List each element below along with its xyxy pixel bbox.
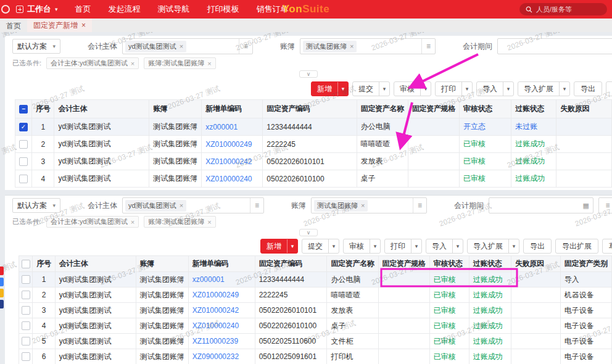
table-row[interactable]: 4yd测试集团测试测试集团账簿XZ01000024005022026010100… — [15, 170, 612, 188]
collapse-toggle[interactable]: ∨ — [299, 70, 318, 78]
print-button[interactable]: 打印▾ — [384, 239, 422, 254]
chevron-down-icon[interactable]: ▾ — [379, 82, 389, 96]
column-header[interactable]: 过账状态 — [511, 100, 556, 118]
column-header[interactable]: 固定资产编码 — [263, 100, 357, 118]
column-header[interactable]: 固定资产名称 — [357, 100, 408, 118]
column-header[interactable]: 会计主体 — [54, 100, 149, 118]
column-header[interactable]: 新增单编码 — [202, 100, 263, 118]
cell-code[interactable]: xz000001 — [202, 118, 263, 136]
cell-code[interactable]: XZ010000240 — [202, 170, 263, 188]
entity-input[interactable]: yd测试集团测试× ≡ — [122, 38, 253, 54]
column-header[interactable]: 序号 — [32, 100, 54, 118]
period-input[interactable]: ▦ — [489, 197, 593, 213]
row-checkbox[interactable] — [19, 334, 33, 349]
table-row[interactable]: 2yd测试集团测试测试集团账簿XZ0100002492222245嘻嘻喳喳已审核… — [19, 287, 612, 303]
row-checkbox[interactable] — [19, 287, 33, 303]
reference-picker-icon[interactable]: ≡ — [239, 39, 252, 54]
close-icon[interactable]: × — [81, 21, 86, 30]
row-checkbox[interactable] — [15, 153, 32, 170]
global-search-input[interactable]: 人员/服务等 — [519, 3, 607, 15]
close-icon[interactable]: × — [207, 218, 211, 226]
close-icon[interactable]: × — [131, 60, 134, 67]
book-input[interactable]: 测试集团账簿× ≡ — [300, 38, 436, 54]
book-input[interactable]: 测试集团账簿× ≡ — [311, 197, 427, 213]
chevron-down-icon[interactable]: ▾ — [461, 82, 472, 96]
export-button[interactable]: 导出 — [523, 239, 552, 254]
table-row[interactable]: 4yd测试集团测试测试集团账簿XZ01000024005022026010100… — [19, 318, 612, 334]
row-checkbox[interactable] — [15, 136, 32, 153]
chevron-down-icon[interactable]: ▾ — [337, 82, 348, 96]
nav-item-print-template[interactable]: 打印模板 — [207, 4, 239, 15]
column-header[interactable]: 账簿 — [149, 100, 202, 118]
column-header[interactable]: 会计主体 — [55, 256, 136, 272]
audit-button[interactable]: 审核▾ — [394, 81, 431, 96]
row-checkbox[interactable] — [15, 170, 32, 188]
close-icon[interactable]: × — [180, 202, 183, 209]
table-row[interactable]: 3yd测试集团测试测试集团账簿XZ01000024205022026010101… — [19, 303, 612, 318]
cell-code[interactable]: XZ010000249 — [202, 136, 263, 153]
cell-code[interactable]: XZ010000242 — [188, 303, 255, 318]
import-ext-button[interactable]: 导入扩展▾ — [518, 81, 570, 96]
table-row[interactable]: 5yd测试集团测试测试集团账簿XZ11000023905022025110600… — [19, 334, 612, 349]
period-input[interactable] — [497, 38, 612, 54]
nav-item-home[interactable]: 首页 — [75, 4, 91, 15]
cell-code[interactable]: XZ010000249 — [188, 287, 255, 303]
cell-code[interactable]: XZ010000240 — [188, 318, 255, 334]
chevron-down-icon[interactable]: ▾ — [559, 82, 569, 96]
column-header[interactable]: 过账状态 — [469, 256, 511, 272]
column-header[interactable]: 审核状态 — [460, 100, 511, 118]
close-icon[interactable]: × — [131, 218, 134, 226]
column-header[interactable]: 固定资产规格 — [378, 256, 429, 272]
column-header[interactable]: 固定资产类别 — [560, 256, 611, 272]
cell-code[interactable]: XZ010000242 — [202, 153, 263, 170]
table-row[interactable]: 2yd测试集团测试测试集团账簿XZ0100002492222245嘻嘻喳喳已审核… — [15, 136, 612, 153]
column-header[interactable]: 序号 — [33, 256, 55, 272]
scheme-select[interactable]: 默认方案 ▾ — [12, 39, 60, 54]
chevron-down-icon[interactable]: ▾ — [503, 82, 513, 96]
column-header[interactable]: 新增单编码 — [188, 256, 255, 272]
more-filter-button[interactable]: ≡ — [598, 197, 612, 213]
table-row[interactable]: 3yd测试集团测试测试集团账簿XZ01000024205022026010101… — [15, 153, 612, 170]
print-button[interactable]: 打印▾ — [435, 81, 473, 96]
nav-item-test-nav[interactable]: 测试导航 — [158, 4, 190, 15]
tab-fixed-asset-add[interactable]: 固定资产新增 × — [27, 19, 92, 32]
import-button[interactable]: 导入▾ — [476, 81, 514, 96]
audit-button[interactable]: 审核▾ — [343, 239, 381, 254]
tab-home[interactable]: 首页 — [0, 19, 27, 32]
import-ext-button[interactable]: 导入扩展▾ — [467, 239, 519, 254]
export-ext-button[interactable]: 导出扩展 — [555, 239, 598, 254]
reference-picker-icon[interactable]: ≡ — [421, 39, 435, 54]
import-button[interactable]: 导入▾ — [426, 239, 463, 254]
table-row[interactable]: 1yd测试集团测试测试集团账簿xz00000112334444444办公电脑已审… — [19, 272, 612, 287]
row-checkbox[interactable] — [19, 349, 33, 364]
row-checkbox[interactable] — [19, 318, 33, 334]
reference-picker-icon[interactable]: ≡ — [250, 198, 263, 213]
export-button[interactable]: 导出 — [574, 81, 602, 96]
submit-button[interactable]: 提交▾ — [302, 239, 339, 254]
chevron-down-icon[interactable]: ▾ — [287, 239, 297, 253]
close-icon[interactable]: × — [207, 60, 211, 67]
reference-picker-icon[interactable]: ≡ — [413, 198, 426, 213]
close-icon[interactable]: × — [180, 43, 183, 50]
chevron-down-icon[interactable]: ▾ — [411, 239, 421, 253]
collapse-toggle[interactable]: ∨ — [299, 229, 318, 236]
select-all-checkbox[interactable] — [19, 256, 33, 272]
add-button[interactable]: 新增▾ — [311, 81, 349, 96]
column-header[interactable]: 固定资产规格 — [408, 100, 459, 118]
column-header[interactable]: 固定资产名称 — [327, 256, 378, 272]
chevron-down-icon[interactable]: ▾ — [452, 239, 463, 253]
chevron-down-icon[interactable]: ▾ — [420, 82, 431, 96]
dock-blue-icon[interactable] — [0, 278, 4, 286]
cell-code[interactable]: XZ090000232 — [188, 349, 255, 364]
column-header[interactable]: 失败原因 — [556, 100, 612, 118]
column-header[interactable]: 账簿 — [136, 256, 188, 272]
cell-code[interactable]: xz000001 — [188, 272, 255, 287]
add-button[interactable]: 新增▾ — [260, 239, 298, 254]
submit-button[interactable]: 提交▾ — [352, 81, 390, 96]
select-all-checkbox[interactable]: – — [15, 100, 32, 118]
draft-button[interactable]: 草稿 — [602, 239, 612, 254]
row-checkbox[interactable] — [19, 303, 33, 318]
row-checkbox[interactable]: ✓ — [15, 118, 32, 136]
chevron-down-icon[interactable]: ▾ — [508, 239, 519, 253]
table-row[interactable]: 6yd测试集团测试测试集团账簿XZ09000023205012025091601… — [19, 349, 612, 364]
